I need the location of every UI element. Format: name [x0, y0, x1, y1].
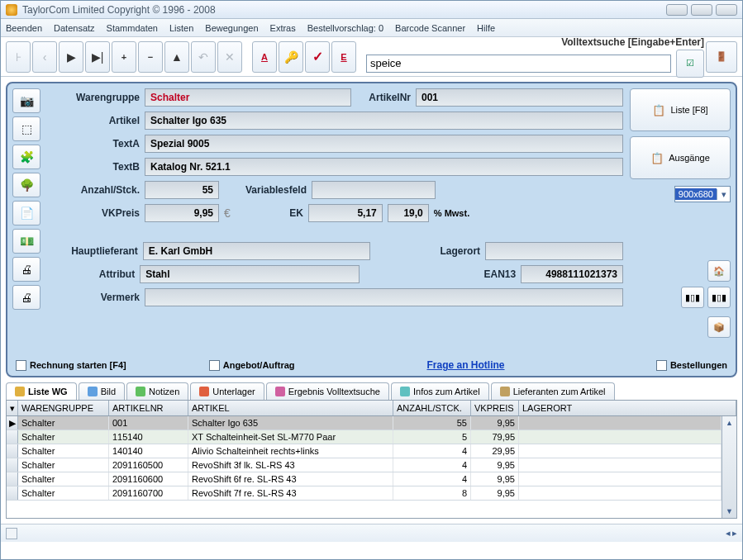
menu-stammdaten[interactable]: Stammdaten [107, 23, 158, 33]
lagerort-label: Lagerort [375, 245, 480, 257]
ek-field[interactable]: 5,17 [308, 204, 383, 222]
close-button[interactable] [716, 4, 737, 16]
barcode2-icon[interactable]: ▮▯▮ [707, 287, 731, 308]
table-row[interactable]: Schalter2091160600RevoShift 6f re. SL-RS… [7, 472, 722, 486]
tab-unterlager[interactable]: Unterlager [190, 382, 264, 400]
angebot-checkbox[interactable]: Angebot/Auftrag [209, 360, 295, 371]
maximize-button[interactable] [691, 4, 712, 16]
key-button[interactable]: 🔑 [279, 41, 303, 73]
tab-liste-wg[interactable]: Liste WG [6, 382, 77, 400]
menu-extras[interactable]: Extras [270, 23, 296, 33]
vermerk-field[interactable] [145, 288, 623, 306]
scroll-left-icon[interactable]: ◂ [726, 528, 731, 539]
e-button[interactable]: E [331, 41, 356, 73]
anzahl-field[interactable]: 55 [145, 181, 219, 199]
rechnung-checkbox[interactable]: Rechnung starten [F4] [16, 360, 126, 371]
vkpreis-field[interactable]: 9,95 [145, 204, 219, 222]
remove-button[interactable]: − [138, 41, 163, 73]
texta-field[interactable]: Spezial 9005 [145, 135, 623, 153]
binary-icon[interactable]: ⬚ [12, 116, 40, 141]
tabs: Liste WG Bild Notizen Unterlager Ergebni… [6, 382, 737, 400]
main-panel: 📷 ⬚ 🧩 🌳 📄 💵 🖨 🖨 📋 Liste [F8] 📋 Ausgänge … [6, 82, 737, 377]
menu-hilfe[interactable]: Hilfe [477, 23, 495, 33]
col-artikel[interactable]: ARTIKEL [188, 401, 393, 415]
artikel-field[interactable]: Schalter Igo 635 [145, 112, 623, 130]
col-anzahl[interactable]: ANZAHL/STCK. [393, 401, 471, 415]
warengruppe-field[interactable]: Schalter [145, 88, 351, 107]
table-row[interactable]: Schalter2091160700RevoShift 7f re. SL-RS… [7, 486, 722, 501]
search-input[interactable] [366, 55, 671, 73]
col-lagerort[interactable]: LAGERORT [519, 401, 736, 415]
variablesfeld-field[interactable] [312, 181, 436, 199]
textb-field[interactable]: Katalog Nr. 521.1 [145, 158, 623, 176]
ausgaenge-button[interactable]: 📋 Ausgänge [630, 136, 731, 179]
variablesfeld-label: Variablesfeld [224, 184, 307, 196]
minimize-button[interactable] [666, 4, 688, 16]
menu-bestellvorschlag[interactable]: Bestellvorschlag: 0 [307, 23, 383, 33]
scroll-right-icon[interactable]: ▸ [732, 528, 737, 539]
money-icon[interactable]: 💵 [12, 229, 40, 254]
ean13-label: EAN13 [414, 268, 516, 280]
table-row[interactable]: Schalter115140XT Schalteinheit-Set SL-M7… [7, 430, 722, 444]
ek-label: EK [236, 207, 303, 219]
add-button[interactable]: + [112, 41, 136, 73]
package-icon[interactable]: 📦 [707, 316, 731, 338]
a-button[interactable]: A [252, 41, 277, 73]
menu-barcode[interactable]: Barcode Scanner [395, 23, 465, 33]
table-row[interactable]: Schalter140140Alivio Schalteinheit recht… [7, 444, 722, 458]
mwst-label: % Mwst. [434, 208, 469, 218]
artikel-label: Artikel [49, 115, 140, 126]
tab-lieferanten[interactable]: Lieferanten zum Artikel [491, 382, 615, 400]
search-label: Volltextsuche [Eingabe+Enter] [366, 36, 704, 48]
vertical-scrollbar[interactable]: ▲▼ [722, 416, 736, 518]
col-warengruppe[interactable]: WARENGRUPPE [18, 401, 109, 415]
exit-button[interactable]: 🚪 [706, 41, 737, 73]
tab-notizen[interactable]: Notizen [126, 382, 188, 400]
resolution-combo[interactable]: 900x680▾ [674, 186, 731, 202]
texta-label: TextA [49, 138, 140, 149]
table-row[interactable]: Schalter2091160500RevoShift 3f lk. SL-RS… [7, 458, 722, 472]
grid-header: ▾ WARENGRUPPE ARTIKELNR ARTIKEL ANZAHL/S… [7, 401, 736, 416]
hauptlieferant-field[interactable]: E. Karl GmbH [143, 242, 370, 260]
col-artikelnr[interactable]: ARTIKELNR [109, 401, 188, 415]
print-icon[interactable]: 🖨 [12, 257, 40, 282]
check-button[interactable]: ✓ [305, 41, 330, 73]
table-row[interactable]: ▶Schalter001Schalter Igo 635559,95 [7, 416, 722, 430]
bestellungen-checkbox[interactable]: Bestellungen [656, 360, 727, 371]
attribut-field[interactable]: Stahl [140, 265, 360, 283]
nav-next-button[interactable]: ▶ [59, 41, 83, 73]
menu-datensatz[interactable]: Datensatz [54, 23, 95, 33]
hauptlieferant-label: Hauptlieferant [49, 245, 138, 257]
nav-first-button[interactable]: ⊦ [6, 41, 31, 73]
menu-listen[interactable]: Listen [169, 23, 193, 33]
house-icon[interactable]: 🏠 [707, 260, 731, 282]
status-square[interactable] [6, 528, 17, 539]
menu-bewegungen[interactable]: Bewegungen [205, 23, 258, 33]
puzzle-icon[interactable]: 🧩 [12, 145, 40, 169]
tab-infos[interactable]: Infos zum Artikel [391, 382, 489, 400]
lagerort-field[interactable] [485, 242, 623, 260]
tab-ergebnis[interactable]: Ergebnis Volltextsuche [266, 382, 389, 400]
nav-last-button[interactable]: ▶| [85, 41, 110, 73]
liste-button[interactable]: 📋 Liste [F8] [630, 88, 731, 131]
hotline-link[interactable]: Frage an Hotline [427, 359, 505, 371]
color-print-icon[interactable]: 🖨 [12, 285, 40, 310]
search-confirm-button[interactable]: ☑ [676, 50, 704, 78]
cancel-button[interactable]: ✕ [217, 41, 242, 73]
menu-beenden[interactable]: Beenden [6, 23, 42, 33]
ean13-field[interactable]: 4988111021373 [521, 265, 623, 283]
nav-prev-button[interactable]: ‹ [32, 41, 57, 73]
artikelnr-label: ArtikelNr [356, 92, 411, 103]
tab-bild[interactable]: Bild [79, 382, 125, 400]
statusbar: ◂ ▸ [1, 524, 742, 542]
mwst-field[interactable]: 19,0 [388, 204, 429, 222]
undo-button[interactable]: ↶ [191, 41, 216, 73]
barcode1-icon[interactable]: ▮▯▮ [681, 287, 704, 308]
artikelnr-field[interactable]: 001 [416, 88, 623, 107]
row-indicator-header[interactable]: ▾ [7, 401, 18, 415]
camera-icon[interactable]: 📷 [12, 88, 40, 113]
tree-icon[interactable]: 🌳 [12, 173, 40, 197]
col-vkpreis[interactable]: VKPREIS [471, 401, 519, 415]
edit-button[interactable]: ▲ [164, 41, 189, 73]
document-icon[interactable]: 📄 [12, 201, 40, 225]
